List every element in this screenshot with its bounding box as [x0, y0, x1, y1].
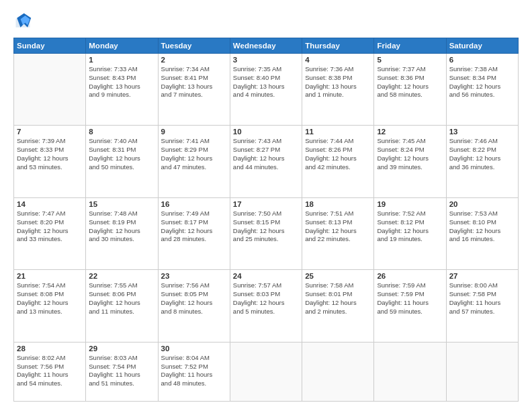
calendar: SundayMondayTuesdayWednesdayThursdayFrid… [13, 38, 519, 402]
day-number: 5 [377, 56, 443, 64]
weekday-header: Tuesday [158, 38, 230, 54]
calendar-cell: 15Sunrise: 7:48 AM Sunset: 8:19 PM Dayli… [86, 197, 158, 269]
weekday-header: Friday [374, 38, 446, 54]
day-number: 8 [89, 128, 154, 136]
day-number: 4 [305, 56, 371, 64]
day-info: Sunrise: 7:39 AM Sunset: 8:33 PM Dayligh… [17, 137, 83, 171]
calendar-cell: 16Sunrise: 7:49 AM Sunset: 8:17 PM Dayli… [158, 197, 230, 269]
calendar-cell: 21Sunrise: 7:54 AM Sunset: 8:08 PM Dayli… [14, 270, 86, 342]
day-info: Sunrise: 7:55 AM Sunset: 8:06 PM Dayligh… [89, 281, 154, 316]
day-info: Sunrise: 7:34 AM Sunset: 8:41 PM Dayligh… [161, 65, 227, 99]
day-number: 29 [89, 345, 154, 353]
day-number: 17 [233, 200, 299, 208]
day-info: Sunrise: 7:36 AM Sunset: 8:38 PM Dayligh… [305, 65, 371, 99]
day-info: Sunrise: 7:47 AM Sunset: 8:20 PM Dayligh… [17, 210, 83, 244]
day-info: Sunrise: 7:45 AM Sunset: 8:24 PM Dayligh… [377, 137, 443, 171]
day-number: 16 [161, 200, 227, 208]
calendar-cell: 25Sunrise: 7:58 AM Sunset: 8:01 PM Dayli… [302, 270, 374, 342]
day-number: 19 [377, 200, 443, 208]
calendar-week-row: 7Sunrise: 7:39 AM Sunset: 8:33 PM Daylig… [14, 126, 519, 197]
calendar-cell: 13Sunrise: 7:46 AM Sunset: 8:22 PM Dayli… [446, 126, 518, 197]
calendar-cell [302, 342, 374, 401]
day-number: 3 [233, 56, 299, 64]
day-info: Sunrise: 7:48 AM Sunset: 8:19 PM Dayligh… [89, 210, 154, 244]
calendar-week-row: 1Sunrise: 7:33 AM Sunset: 8:43 PM Daylig… [14, 54, 519, 126]
day-number: 7 [17, 128, 83, 136]
day-info: Sunrise: 7:49 AM Sunset: 8:17 PM Dayligh… [161, 210, 227, 244]
day-info: Sunrise: 8:00 AM Sunset: 7:58 PM Dayligh… [449, 281, 515, 316]
calendar-cell: 29Sunrise: 8:03 AM Sunset: 7:54 PM Dayli… [86, 342, 158, 401]
weekday-header: Saturday [446, 38, 518, 54]
calendar-cell: 8Sunrise: 7:40 AM Sunset: 8:31 PM Daylig… [86, 126, 158, 197]
day-info: Sunrise: 7:35 AM Sunset: 8:40 PM Dayligh… [233, 65, 299, 99]
calendar-cell [230, 342, 302, 401]
day-number: 22 [89, 272, 154, 280]
day-number: 6 [449, 56, 515, 64]
calendar-cell: 17Sunrise: 7:50 AM Sunset: 8:15 PM Dayli… [230, 197, 302, 269]
day-info: Sunrise: 7:33 AM Sunset: 8:43 PM Dayligh… [89, 65, 154, 99]
logo-icon [13, 12, 32, 31]
day-number: 24 [233, 272, 299, 280]
day-number: 2 [161, 56, 227, 64]
day-info: Sunrise: 7:43 AM Sunset: 8:27 PM Dayligh… [233, 137, 299, 171]
day-number: 21 [17, 272, 83, 280]
day-number: 27 [449, 272, 515, 280]
calendar-cell: 22Sunrise: 7:55 AM Sunset: 8:06 PM Dayli… [86, 270, 158, 342]
calendar-cell: 18Sunrise: 7:51 AM Sunset: 8:13 PM Dayli… [302, 197, 374, 269]
calendar-cell: 12Sunrise: 7:45 AM Sunset: 8:24 PM Dayli… [374, 126, 446, 197]
header [13, 12, 519, 31]
day-info: Sunrise: 7:57 AM Sunset: 8:03 PM Dayligh… [233, 281, 299, 316]
calendar-cell: 6Sunrise: 7:38 AM Sunset: 8:34 PM Daylig… [446, 54, 518, 126]
calendar-cell: 30Sunrise: 8:04 AM Sunset: 7:52 PM Dayli… [158, 342, 230, 401]
calendar-cell: 2Sunrise: 7:34 AM Sunset: 8:41 PM Daylig… [158, 54, 230, 126]
calendar-cell [446, 342, 518, 401]
calendar-cell: 23Sunrise: 7:56 AM Sunset: 8:05 PM Dayli… [158, 270, 230, 342]
calendar-cell: 14Sunrise: 7:47 AM Sunset: 8:20 PM Dayli… [14, 197, 86, 269]
calendar-cell: 20Sunrise: 7:53 AM Sunset: 8:10 PM Dayli… [446, 197, 518, 269]
calendar-cell: 5Sunrise: 7:37 AM Sunset: 8:36 PM Daylig… [374, 54, 446, 126]
calendar-header-row: SundayMondayTuesdayWednesdayThursdayFrid… [14, 38, 519, 54]
calendar-cell: 9Sunrise: 7:41 AM Sunset: 8:29 PM Daylig… [158, 126, 230, 197]
day-number: 11 [305, 128, 371, 136]
day-info: Sunrise: 7:37 AM Sunset: 8:36 PM Dayligh… [377, 65, 443, 99]
day-number: 25 [305, 272, 371, 280]
day-info: Sunrise: 8:04 AM Sunset: 7:52 PM Dayligh… [161, 354, 227, 388]
day-info: Sunrise: 7:46 AM Sunset: 8:22 PM Dayligh… [449, 137, 515, 171]
day-info: Sunrise: 7:56 AM Sunset: 8:05 PM Dayligh… [161, 281, 227, 316]
day-info: Sunrise: 8:02 AM Sunset: 7:56 PM Dayligh… [17, 354, 83, 388]
calendar-cell: 11Sunrise: 7:44 AM Sunset: 8:26 PM Dayli… [302, 126, 374, 197]
day-number: 28 [17, 345, 83, 353]
weekday-header: Wednesday [230, 38, 302, 54]
calendar-cell: 24Sunrise: 7:57 AM Sunset: 8:03 PM Dayli… [230, 270, 302, 342]
calendar-cell: 1Sunrise: 7:33 AM Sunset: 8:43 PM Daylig… [86, 54, 158, 126]
day-info: Sunrise: 7:54 AM Sunset: 8:08 PM Dayligh… [17, 281, 83, 316]
day-number: 23 [161, 272, 227, 280]
calendar-cell: 4Sunrise: 7:36 AM Sunset: 8:38 PM Daylig… [302, 54, 374, 126]
calendar-week-row: 28Sunrise: 8:02 AM Sunset: 7:56 PM Dayli… [14, 342, 519, 401]
weekday-header: Thursday [302, 38, 374, 54]
day-number: 15 [89, 200, 154, 208]
day-number: 14 [17, 200, 83, 208]
day-info: Sunrise: 7:38 AM Sunset: 8:34 PM Dayligh… [449, 65, 515, 99]
day-info: Sunrise: 7:41 AM Sunset: 8:29 PM Dayligh… [161, 137, 227, 171]
calendar-cell: 3Sunrise: 7:35 AM Sunset: 8:40 PM Daylig… [230, 54, 302, 126]
page: SundayMondayTuesdayWednesdayThursdayFrid… [0, 0, 532, 411]
day-info: Sunrise: 7:58 AM Sunset: 8:01 PM Dayligh… [305, 281, 371, 316]
day-info: Sunrise: 7:50 AM Sunset: 8:15 PM Dayligh… [233, 210, 299, 244]
calendar-cell: 28Sunrise: 8:02 AM Sunset: 7:56 PM Dayli… [14, 342, 86, 401]
calendar-cell: 19Sunrise: 7:52 AM Sunset: 8:12 PM Dayli… [374, 197, 446, 269]
calendar-cell [14, 54, 86, 126]
day-info: Sunrise: 7:52 AM Sunset: 8:12 PM Dayligh… [377, 210, 443, 244]
calendar-week-row: 21Sunrise: 7:54 AM Sunset: 8:08 PM Dayli… [14, 270, 519, 342]
calendar-cell: 7Sunrise: 7:39 AM Sunset: 8:33 PM Daylig… [14, 126, 86, 197]
calendar-cell: 26Sunrise: 7:59 AM Sunset: 7:59 PM Dayli… [374, 270, 446, 342]
day-number: 26 [377, 272, 443, 280]
day-info: Sunrise: 7:40 AM Sunset: 8:31 PM Dayligh… [89, 137, 154, 171]
day-number: 13 [449, 128, 515, 136]
day-info: Sunrise: 7:51 AM Sunset: 8:13 PM Dayligh… [305, 210, 371, 244]
day-number: 1 [89, 56, 154, 64]
day-number: 18 [305, 200, 371, 208]
calendar-week-row: 14Sunrise: 7:47 AM Sunset: 8:20 PM Dayli… [14, 197, 519, 269]
calendar-cell: 27Sunrise: 8:00 AM Sunset: 7:58 PM Dayli… [446, 270, 518, 342]
weekday-header: Monday [86, 38, 158, 54]
